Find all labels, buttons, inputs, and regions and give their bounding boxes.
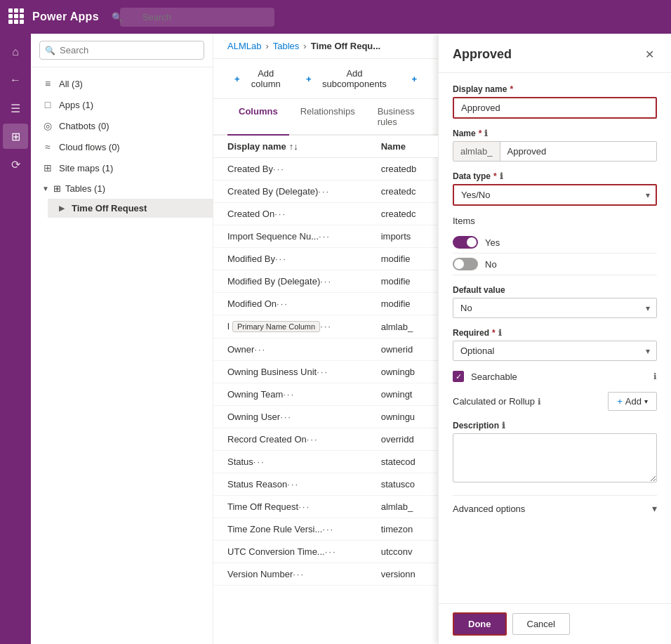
sidebar-item-all[interactable]: ≡ All (3): [31, 73, 213, 94]
yes-toggle-row: Yes: [453, 232, 657, 254]
row-dots[interactable]: ···: [307, 434, 319, 445]
sidebar-item-cloud-flows[interactable]: ≈ Cloud flows (0): [31, 136, 213, 157]
row-dots[interactable]: ···: [325, 546, 337, 557]
table-row: Created By···createdb: [213, 158, 438, 180]
row-name: statusco: [367, 473, 438, 496]
tables-chevron-down: ▼: [42, 185, 49, 192]
row-dots[interactable]: ···: [319, 231, 331, 242]
tabs: Columns Relationships Business rules: [213, 99, 438, 136]
row-display-name: Modified By···: [213, 248, 367, 270]
description-textarea[interactable]: [453, 433, 657, 482]
row-dots[interactable]: ···: [322, 524, 334, 534]
advanced-options-row[interactable]: Advanced options ▾: [453, 495, 657, 521]
display-name-field: Display name *: [453, 84, 657, 119]
add-button[interactable]: + Add ▾: [608, 392, 657, 411]
row-display-name: Status Reason···: [213, 473, 367, 496]
rail-tables[interactable]: ⊞: [3, 124, 28, 149]
required-info-icon[interactable]: ℹ: [498, 328, 502, 338]
rail-home[interactable]: ⌂: [3, 39, 28, 65]
rail-history[interactable]: ⟳: [3, 152, 28, 177]
table-row: Owning User···owningu: [213, 406, 438, 428]
cancel-button[interactable]: Cancel: [512, 613, 570, 635]
breadcrumb-tables[interactable]: Tables: [273, 41, 300, 51]
row-dots[interactable]: ···: [320, 321, 332, 331]
row-name: utcconv: [367, 541, 438, 563]
table-row: Import Sequence Nu...···imports: [213, 225, 438, 248]
row-name: ownerid: [367, 339, 438, 361]
row-dots[interactable]: ···: [274, 209, 286, 219]
name-suffix-input[interactable]: [500, 142, 656, 161]
add-sub-label: Add subcomponents: [314, 68, 395, 89]
searchable-info-icon[interactable]: ℹ: [653, 372, 657, 381]
row-display-name: Record Created On···: [213, 428, 367, 451]
required-star-display: *: [510, 84, 513, 94]
display-name-input[interactable]: [453, 97, 657, 119]
row-display-name: Time Zone Rule Versi...···: [213, 518, 367, 541]
tab-columns[interactable]: Columns: [227, 99, 289, 136]
calc-info-icon[interactable]: ℹ: [538, 397, 541, 407]
default-value-select[interactable]: No Yes: [453, 298, 657, 318]
rail-menu[interactable]: ☰: [3, 96, 28, 121]
add-column-button[interactable]: + Add column: [227, 65, 296, 93]
topbar-search-wrap: 🔍: [106, 8, 274, 27]
sidebar-item-chatbots[interactable]: ◎ Chatbots (0): [31, 115, 213, 136]
table-row: Version Number···versionn: [213, 563, 438, 586]
yes-toggle[interactable]: [453, 236, 478, 249]
row-dots[interactable]: ···: [320, 276, 332, 287]
display-sort[interactable]: Display name ↑↓: [227, 141, 353, 152]
grid-icon[interactable]: [8, 8, 25, 25]
panel-close-button[interactable]: ✕: [642, 45, 657, 64]
required-label: Required * ℹ: [453, 328, 657, 338]
sidebar-tables-header[interactable]: ▼ ⊞ Tables (1): [31, 178, 213, 199]
more-button[interactable]: +: [404, 70, 424, 88]
breadcrumb-current: Time Off Requ...: [311, 41, 380, 51]
data-type-info-icon[interactable]: ℹ: [500, 171, 503, 181]
row-dots[interactable]: ···: [280, 412, 292, 422]
row-dots[interactable]: ···: [273, 164, 285, 174]
site-maps-icon: ⊞: [42, 162, 53, 173]
row-dots[interactable]: ···: [293, 569, 305, 579]
data-type-select[interactable]: Yes/No: [453, 184, 657, 206]
topbar-search-input[interactable]: [120, 8, 274, 27]
more-plus-icon: +: [411, 74, 417, 84]
row-dots[interactable]: ···: [277, 298, 288, 309]
breadcrumb-alm[interactable]: ALMLab: [227, 41, 261, 51]
table-row: Time Zone Rule Versi...···timezon: [213, 518, 438, 541]
col-header-name[interactable]: Name: [367, 136, 438, 158]
main-layout: ⌂ ← ☰ ⊞ ⟳ 🔍 ≡ All (3) □ Apps (1) ◎ Chatb…: [0, 34, 671, 644]
row-dots[interactable]: ···: [298, 501, 310, 512]
row-dots[interactable]: ···: [318, 186, 330, 197]
add-subcomponents-button[interactable]: + Add subcomponents: [299, 65, 401, 93]
done-button[interactable]: Done: [453, 612, 507, 636]
sidebar-item-apps[interactable]: □ Apps (1): [31, 94, 213, 115]
no-toggle[interactable]: [453, 258, 478, 270]
row-dots[interactable]: ···: [283, 389, 295, 400]
row-dots[interactable]: ···: [253, 456, 265, 467]
table-row: Modified By (Delegate)···modifie: [213, 270, 438, 293]
description-info-icon[interactable]: ℹ: [502, 421, 505, 431]
row-dots[interactable]: ···: [254, 344, 266, 355]
table-row: Status···statecod: [213, 451, 438, 473]
row-name: owningu: [367, 406, 438, 428]
sidebar-item-site-maps[interactable]: ⊞ Site maps (1): [31, 157, 213, 178]
panel-footer: Done Cancel: [439, 603, 671, 644]
tab-business-rules[interactable]: Business rules: [366, 99, 426, 136]
row-name: modifie: [367, 270, 438, 293]
row-dots[interactable]: ···: [275, 254, 287, 264]
tab-relationships[interactable]: Relationships: [289, 99, 366, 136]
sidebar-search-input[interactable]: [39, 41, 204, 60]
calc-rollup-label: Calculated or Rollup ℹ: [453, 396, 602, 407]
row-dots[interactable]: ···: [317, 367, 328, 377]
col-display-label: Display name: [227, 141, 286, 152]
required-star-name: *: [479, 129, 482, 138]
name-info-icon[interactable]: ℹ: [484, 129, 488, 138]
required-select[interactable]: Optional Required: [453, 341, 657, 361]
sidebar-search-wrap: 🔍: [31, 34, 213, 67]
row-dots[interactable]: ···: [287, 479, 299, 489]
row-display-name: UTC Conversion Time...···: [213, 541, 367, 563]
sidebar-time-off-request[interactable]: ▶ Time Off Request: [48, 199, 213, 218]
rail-back[interactable]: ←: [3, 67, 28, 93]
searchable-checkbox[interactable]: ✓: [453, 371, 464, 382]
description-label: Description ℹ: [453, 421, 657, 431]
col-header-display[interactable]: Display name ↑↓: [213, 136, 367, 158]
